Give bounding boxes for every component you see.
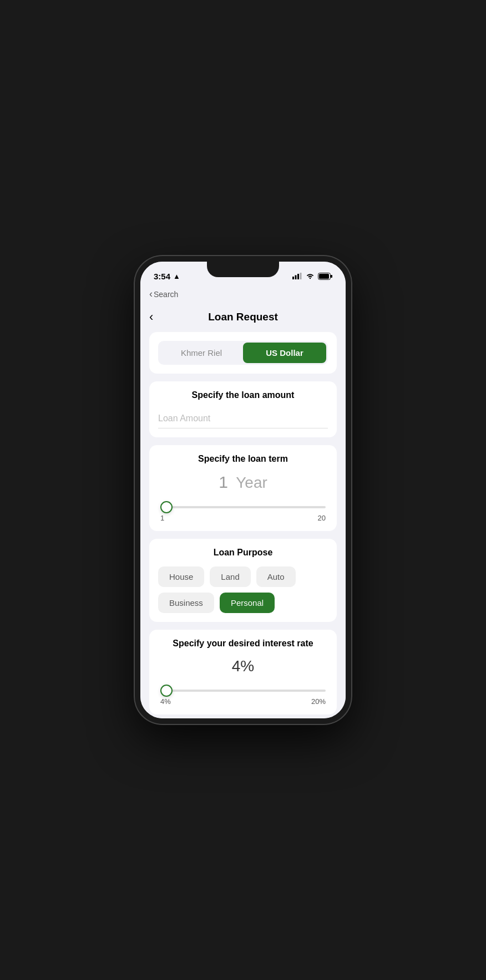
interest-rate-title: Specify your desired interest rate: [158, 639, 328, 649]
back-nav-label[interactable]: Search: [154, 290, 178, 299]
interest-rate-display: 4%: [158, 657, 328, 675]
signal-icon: [292, 273, 302, 279]
loan-purpose-title: Loan Purpose: [158, 548, 328, 558]
interest-rate-value: 4%: [232, 657, 254, 675]
loan-purpose-card: Loan Purpose House Land Auto Business Pe…: [149, 539, 337, 622]
back-button[interactable]: ‹: [149, 310, 153, 324]
currency-toggle: Khmer Riel US Dollar: [158, 341, 328, 365]
purpose-auto-button[interactable]: Auto: [256, 566, 296, 587]
svg-rect-0: [292, 277, 294, 279]
currency-us-dollar-button[interactable]: US Dollar: [243, 343, 326, 363]
purpose-house-button[interactable]: House: [158, 566, 204, 587]
interest-rate-labels: 4% 20%: [160, 697, 326, 706]
currency-khmer-riel-button[interactable]: Khmer Riel: [160, 343, 243, 363]
page-header: ‹ Loan Request: [140, 304, 346, 332]
screen-content[interactable]: ‹ Loan Request Khmer Riel US Dollar Spec…: [140, 304, 346, 724]
loan-term-labels: 1 20: [160, 514, 326, 522]
battery-icon: [318, 273, 332, 280]
status-icons: [292, 273, 332, 280]
loan-amount-title: Specify the loan amount: [158, 390, 328, 400]
interest-rate-card: Specify your desired interest rate 4% 4%…: [149, 630, 337, 714]
interest-rate-slider-container: 4% 20%: [158, 684, 328, 706]
svg-rect-5: [331, 275, 332, 278]
svg-rect-1: [295, 275, 297, 280]
page-title: Loan Request: [208, 311, 278, 323]
purpose-options: House Land Auto Business Personal: [158, 566, 328, 613]
interest-rate-min: 4%: [160, 697, 171, 706]
loan-term-title: Specify the loan term: [158, 454, 328, 464]
currency-card: Khmer Riel US Dollar: [149, 332, 337, 374]
back-nav: ‹ Search: [140, 286, 346, 304]
interest-rate-max: 20%: [311, 697, 326, 706]
loan-amount-card: Specify the loan amount: [149, 381, 337, 437]
phone-frame: 3:54 ▲ ‹: [135, 256, 351, 724]
loan-amount-input[interactable]: [158, 409, 328, 428]
loan-term-display: 1 Year: [158, 473, 328, 492]
svg-rect-6: [319, 274, 329, 279]
loan-term-max: 20: [318, 514, 326, 522]
back-arrow-small[interactable]: ‹: [149, 288, 153, 300]
notch: [207, 262, 279, 277]
svg-rect-2: [297, 274, 299, 279]
status-time: 3:54: [154, 272, 170, 281]
location-icon: ▲: [173, 272, 180, 280]
purpose-personal-button[interactable]: Personal: [220, 593, 275, 613]
loan-term-slider[interactable]: [160, 506, 326, 508]
interest-rate-slider[interactable]: [160, 690, 326, 692]
loan-term-card: Specify the loan term 1 Year 1 20: [149, 445, 337, 531]
purpose-business-button[interactable]: Business: [158, 593, 214, 613]
svg-rect-3: [300, 273, 302, 279]
wifi-icon: [306, 273, 315, 279]
loan-term-min: 1: [160, 514, 164, 522]
loan-term-value: 1 Year: [219, 473, 267, 491]
purpose-land-button[interactable]: Land: [210, 566, 250, 587]
loan-term-slider-container: 1 20: [158, 501, 328, 522]
